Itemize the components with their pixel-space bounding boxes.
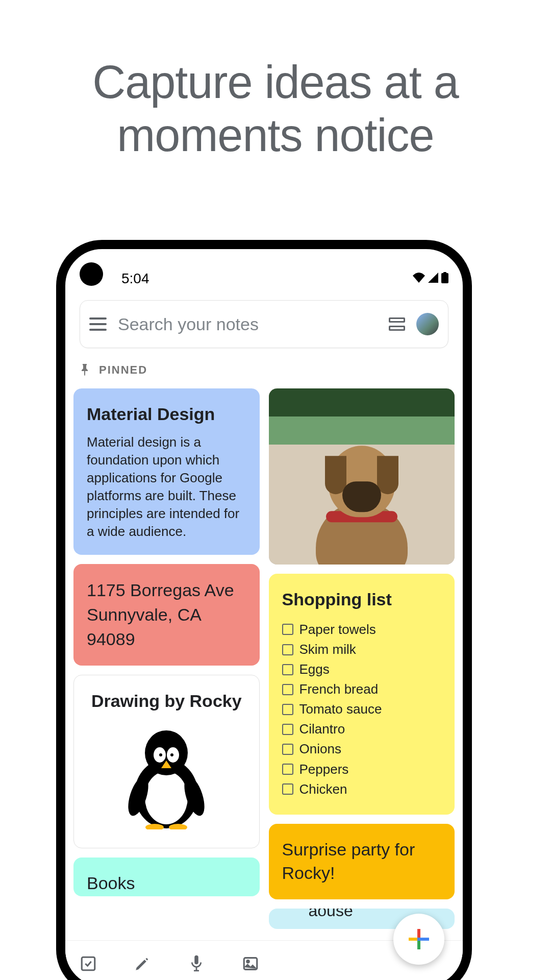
notes-grid: Material Design Material design is a fou…: [73, 388, 455, 980]
checklist-item[interactable]: Cilantro: [282, 720, 442, 738]
checklist-item[interactable]: Skim milk: [282, 641, 442, 658]
note-title: Shopping list: [282, 588, 442, 611]
svg-point-7: [159, 753, 162, 756]
status-time: 5:04: [121, 271, 149, 287]
checklist-item-label: Peppers: [299, 761, 349, 778]
search-input-placeholder[interactable]: Search your notes: [118, 314, 378, 334]
new-voice-note-icon[interactable]: [187, 954, 206, 973]
new-checklist-icon[interactable]: [79, 954, 98, 973]
checklist-item[interactable]: Peppers: [282, 761, 442, 778]
checkbox-icon[interactable]: [282, 704, 293, 715]
checklist-item[interactable]: Chicken: [282, 780, 442, 798]
menu-icon[interactable]: [89, 317, 107, 331]
pinned-label: PINNED: [99, 363, 147, 377]
note-body: Material design is a foundation upon whi…: [87, 433, 246, 541]
checklist-item[interactable]: Paper towels: [282, 621, 442, 639]
checkbox-icon[interactable]: [282, 684, 293, 695]
svg-point-4: [145, 730, 188, 775]
checkbox-icon[interactable]: [282, 744, 293, 755]
checkbox-icon[interactable]: [282, 624, 293, 635]
note-dog-photo[interactable]: [269, 388, 455, 565]
checklist-item[interactable]: Onions: [282, 740, 442, 758]
svg-point-3: [145, 771, 188, 824]
checklist-item-label: Tomato sauce: [299, 700, 382, 718]
checkbox-icon[interactable]: [282, 783, 293, 795]
checklist-item-label: Cilantro: [299, 720, 345, 738]
checklist-item-label: Skim milk: [299, 641, 356, 658]
pin-icon: [80, 364, 90, 376]
note-shopping-list[interactable]: Shopping list Paper towelsSkim milkEggsF…: [269, 574, 455, 815]
note-books-partial[interactable]: Books: [73, 857, 260, 896]
marketing-headline: Capture ideas at a moments notice: [0, 0, 551, 162]
penguin-drawing: [87, 720, 246, 834]
note-title: Surprise party for Rocky!: [282, 838, 442, 885]
note-fragment: aouse: [309, 909, 353, 920]
checklist-item-label: Paper towels: [299, 621, 376, 639]
battery-icon: [441, 272, 448, 285]
layout-toggle-icon[interactable]: [389, 317, 405, 331]
checklist-item[interactable]: Tomato sauce: [282, 700, 442, 718]
phone-frame: 5:04 Search your notes PINNED Material D…: [56, 240, 472, 980]
checklist-item-label: Eggs: [299, 660, 330, 678]
checklist-item-label: French bread: [299, 680, 379, 698]
checkbox-icon[interactable]: [282, 764, 293, 775]
phone-side-button: [471, 535, 472, 627]
status-bar: 5:04: [65, 268, 463, 289]
svg-point-8: [170, 753, 173, 756]
checklist-item-label: Chicken: [299, 780, 347, 798]
profile-avatar[interactable]: [416, 313, 439, 335]
note-material-design[interactable]: Material Design Material design is a fou…: [73, 388, 260, 555]
search-bar[interactable]: Search your notes: [80, 300, 448, 348]
checklist-item-label: Onions: [299, 740, 341, 758]
note-title: Material Design: [87, 403, 246, 426]
note-drawing[interactable]: Drawing by Rocky: [73, 675, 260, 848]
note-title: Drawing by Rocky: [87, 690, 246, 713]
note-title: Books: [87, 873, 135, 893]
checkbox-icon[interactable]: [282, 724, 293, 735]
svg-point-19: [247, 960, 249, 963]
cellular-icon: [428, 273, 438, 285]
plus-icon: [409, 929, 429, 949]
svg-rect-0: [441, 273, 448, 283]
dog-photo-placeholder: [269, 388, 455, 565]
note-body: 1175 Borregas Ave Sunnyvale, CA 94089: [87, 578, 246, 651]
checkbox-icon[interactable]: [282, 644, 293, 655]
checklist-item[interactable]: Eggs: [282, 660, 442, 678]
note-surprise-party[interactable]: Surprise party for Rocky!: [269, 824, 455, 899]
checklist-item[interactable]: French bread: [282, 680, 442, 698]
new-note-fab[interactable]: [393, 914, 444, 965]
phone-side-button: [471, 453, 472, 504]
new-image-note-icon[interactable]: [241, 954, 260, 973]
svg-rect-1: [443, 272, 446, 274]
new-drawing-icon[interactable]: [133, 954, 152, 973]
wifi-icon: [413, 273, 425, 285]
pinned-section-header: PINNED: [80, 363, 147, 377]
checkbox-icon[interactable]: [282, 664, 293, 675]
note-address[interactable]: 1175 Borregas Ave Sunnyvale, CA 94089: [73, 564, 260, 666]
svg-rect-14: [82, 957, 95, 970]
svg-rect-15: [194, 955, 198, 964]
